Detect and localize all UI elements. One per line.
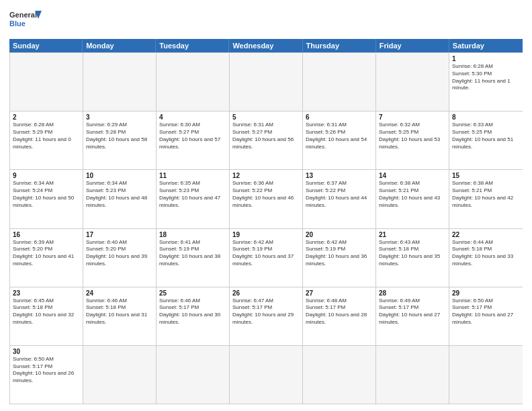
calendar-cell	[157, 53, 230, 111]
day-header-thursday: Thursday	[303, 39, 376, 52]
cell-info: Sunrise: 6:47 AMSunset: 5:17 PMDaylight:…	[232, 298, 300, 326]
calendar-cell: 24Sunrise: 6:46 AMSunset: 5:18 PMDayligh…	[83, 287, 157, 345]
day-number: 5	[232, 113, 300, 121]
calendar-cell: 19Sunrise: 6:42 AMSunset: 5:19 PMDayligh…	[230, 229, 303, 287]
cell-info: Sunrise: 6:46 AMSunset: 5:17 PMDaylight:…	[159, 298, 226, 326]
calendar-cell: 10Sunrise: 6:34 AMSunset: 5:23 PMDayligh…	[83, 170, 157, 228]
day-number: 4	[159, 113, 226, 121]
calendar-cell: 29Sunrise: 6:50 AMSunset: 5:17 PMDayligh…	[449, 287, 523, 345]
day-number: 18	[159, 231, 226, 238]
cell-info: Sunrise: 6:37 AMSunset: 5:22 PMDaylight:…	[306, 180, 373, 209]
cell-info: Sunrise: 6:36 AMSunset: 5:22 PMDaylight:…	[232, 180, 300, 209]
calendar-cell: 2Sunrise: 6:28 AMSunset: 5:29 PMDaylight…	[10, 111, 83, 169]
cell-info: Sunrise: 6:44 AMSunset: 5:18 PMDaylight:…	[452, 239, 520, 268]
cell-info: Sunrise: 6:43 AMSunset: 5:18 PMDaylight:…	[379, 239, 446, 268]
day-number: 9	[13, 172, 80, 179]
calendar-cell: 3Sunrise: 6:29 AMSunset: 5:28 PMDaylight…	[83, 111, 157, 169]
cell-info: Sunrise: 6:42 AMSunset: 5:19 PMDaylight:…	[306, 239, 373, 268]
calendar-cell: 30Sunrise: 6:50 AMSunset: 5:17 PMDayligh…	[10, 346, 83, 404]
day-number: 17	[86, 231, 153, 238]
calendar-cell	[303, 53, 376, 111]
cell-info: Sunrise: 6:49 AMSunset: 5:17 PMDaylight:…	[379, 298, 446, 326]
day-number: 7	[379, 113, 446, 121]
calendar-cell: 11Sunrise: 6:35 AMSunset: 5:23 PMDayligh…	[157, 170, 230, 228]
calendar-cell	[376, 346, 449, 404]
calendar-cell: 27Sunrise: 6:48 AMSunset: 5:17 PMDayligh…	[303, 287, 376, 345]
calendar-cell: 6Sunrise: 6:31 AMSunset: 5:26 PMDaylight…	[303, 111, 376, 169]
calendar-cell: 12Sunrise: 6:36 AMSunset: 5:22 PMDayligh…	[230, 170, 303, 228]
day-number: 26	[232, 289, 300, 297]
calendar-week-5: 23Sunrise: 6:45 AMSunset: 5:18 PMDayligh…	[10, 287, 523, 345]
day-header-tuesday: Tuesday	[156, 39, 229, 52]
calendar-cell: 21Sunrise: 6:43 AMSunset: 5:18 PMDayligh…	[376, 229, 449, 287]
day-number: 11	[159, 172, 226, 179]
cell-info: Sunrise: 6:29 AMSunset: 5:28 PMDaylight:…	[86, 122, 153, 150]
cell-info: Sunrise: 6:42 AMSunset: 5:19 PMDaylight:…	[232, 239, 300, 268]
calendar-cell: 7Sunrise: 6:32 AMSunset: 5:25 PMDaylight…	[376, 111, 449, 169]
calendar-cell	[83, 53, 157, 111]
day-number: 21	[379, 231, 446, 238]
cell-info: Sunrise: 6:35 AMSunset: 5:23 PMDaylight:…	[159, 180, 226, 209]
day-number: 2	[13, 113, 80, 121]
calendar-week-3: 9Sunrise: 6:34 AMSunset: 5:24 PMDaylight…	[10, 169, 523, 228]
calendar-cell	[157, 346, 230, 404]
day-header-saturday: Saturday	[449, 39, 523, 52]
calendar-cell: 22Sunrise: 6:44 AMSunset: 5:18 PMDayligh…	[449, 229, 523, 287]
cell-info: Sunrise: 6:50 AMSunset: 5:17 PMDaylight:…	[452, 298, 520, 326]
cell-info: Sunrise: 6:34 AMSunset: 5:23 PMDaylight:…	[86, 180, 153, 209]
day-number: 12	[232, 172, 300, 179]
cell-info: Sunrise: 6:30 AMSunset: 5:27 PMDaylight:…	[159, 122, 226, 150]
calendar-cell: 28Sunrise: 6:49 AMSunset: 5:17 PMDayligh…	[376, 287, 449, 345]
day-header-wednesday: Wednesday	[229, 39, 302, 52]
calendar-cell: 25Sunrise: 6:46 AMSunset: 5:17 PMDayligh…	[157, 287, 230, 345]
cell-info: Sunrise: 6:28 AMSunset: 5:30 PMDaylight:…	[452, 63, 520, 92]
calendar-cell: 1Sunrise: 6:28 AMSunset: 5:30 PMDaylight…	[449, 53, 523, 111]
cell-info: Sunrise: 6:38 AMSunset: 5:21 PMDaylight:…	[452, 180, 520, 209]
logo-svg: General Blue	[9, 8, 43, 34]
calendar: SundayMondayTuesdayWednesdayThursdayFrid…	[9, 39, 523, 404]
day-number: 15	[452, 172, 520, 179]
calendar-week-1: 1Sunrise: 6:28 AMSunset: 5:30 PMDaylight…	[10, 52, 523, 111]
day-number: 13	[306, 172, 373, 179]
svg-text:General: General	[9, 11, 37, 19]
cell-info: Sunrise: 6:46 AMSunset: 5:18 PMDaylight:…	[86, 298, 153, 326]
cell-info: Sunrise: 6:34 AMSunset: 5:24 PMDaylight:…	[13, 180, 80, 209]
calendar-cell	[83, 346, 157, 404]
calendar-body: 1Sunrise: 6:28 AMSunset: 5:30 PMDaylight…	[9, 52, 523, 404]
day-number: 8	[452, 113, 520, 121]
day-number: 22	[452, 231, 520, 238]
day-number: 14	[379, 172, 446, 179]
calendar-cell	[303, 346, 376, 404]
day-number: 27	[306, 289, 373, 297]
cell-info: Sunrise: 6:48 AMSunset: 5:17 PMDaylight:…	[306, 298, 373, 326]
calendar-week-2: 2Sunrise: 6:28 AMSunset: 5:29 PMDaylight…	[10, 111, 523, 169]
day-header-monday: Monday	[83, 39, 156, 52]
cell-info: Sunrise: 6:45 AMSunset: 5:18 PMDaylight:…	[13, 298, 80, 326]
calendar-cell: 4Sunrise: 6:30 AMSunset: 5:27 PMDaylight…	[157, 111, 230, 169]
svg-text:Blue: Blue	[9, 19, 26, 28]
calendar-cell: 23Sunrise: 6:45 AMSunset: 5:18 PMDayligh…	[10, 287, 83, 345]
calendar-header: SundayMondayTuesdayWednesdayThursdayFrid…	[9, 39, 523, 52]
calendar-week-6: 30Sunrise: 6:50 AMSunset: 5:17 PMDayligh…	[10, 345, 523, 404]
day-number: 29	[452, 289, 520, 297]
day-number: 10	[86, 172, 153, 179]
cell-info: Sunrise: 6:39 AMSunset: 5:20 PMDaylight:…	[13, 239, 80, 268]
cell-info: Sunrise: 6:32 AMSunset: 5:25 PMDaylight:…	[379, 122, 446, 150]
day-number: 19	[232, 231, 300, 238]
calendar-cell: 26Sunrise: 6:47 AMSunset: 5:17 PMDayligh…	[230, 287, 303, 345]
calendar-cell	[10, 53, 83, 111]
calendar-cell: 17Sunrise: 6:40 AMSunset: 5:20 PMDayligh…	[83, 229, 157, 287]
calendar-cell: 15Sunrise: 6:38 AMSunset: 5:21 PMDayligh…	[449, 170, 523, 228]
day-header-sunday: Sunday	[9, 39, 83, 52]
day-number: 16	[13, 231, 80, 238]
cell-info: Sunrise: 6:38 AMSunset: 5:21 PMDaylight:…	[379, 180, 446, 209]
day-number: 23	[13, 289, 80, 297]
calendar-cell: 20Sunrise: 6:42 AMSunset: 5:19 PMDayligh…	[303, 229, 376, 287]
day-number: 24	[86, 289, 153, 297]
calendar-cell	[230, 346, 303, 404]
cell-info: Sunrise: 6:31 AMSunset: 5:26 PMDaylight:…	[306, 122, 373, 150]
calendar-cell: 9Sunrise: 6:34 AMSunset: 5:24 PMDaylight…	[10, 170, 83, 228]
day-number: 25	[159, 289, 226, 297]
calendar-cell	[230, 53, 303, 111]
calendar-cell: 18Sunrise: 6:41 AMSunset: 5:19 PMDayligh…	[157, 229, 230, 287]
